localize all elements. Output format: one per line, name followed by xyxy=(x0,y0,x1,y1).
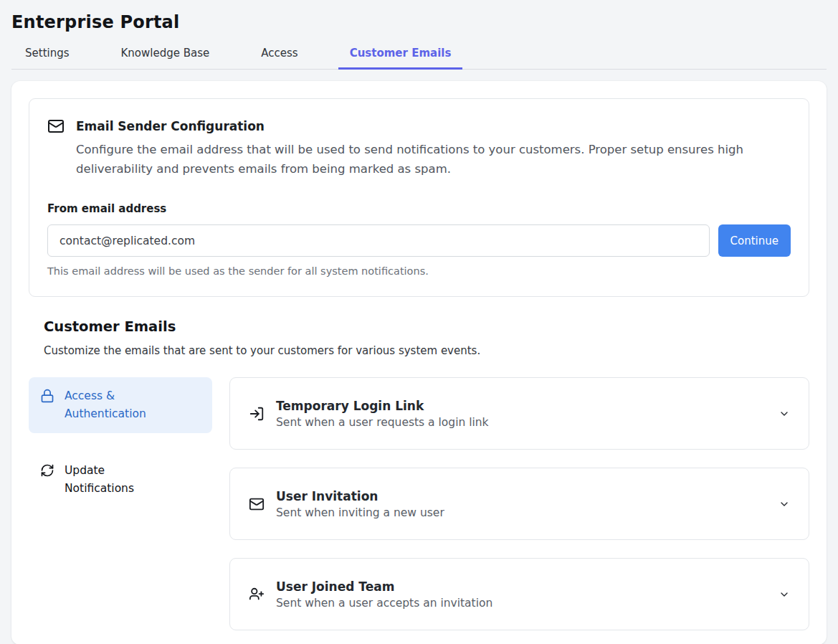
email-sender-configuration-card: Email Sender Configuration Configure the… xyxy=(29,98,809,297)
from-email-input[interactable] xyxy=(47,224,710,257)
tab-knowledge-base[interactable]: Knowledge Base xyxy=(110,47,222,69)
email-row-title: User Joined Team xyxy=(276,579,492,594)
email-row-subtitle: Sent when inviting a new user xyxy=(276,506,444,519)
email-category-list: Access & Authentication Update Notificat… xyxy=(29,377,212,630)
tab-customer-emails[interactable]: Customer Emails xyxy=(338,47,463,69)
chevron-down-icon[interactable] xyxy=(779,498,790,510)
page-header: Enterprise Portal Settings Knowledge Bas… xyxy=(0,0,838,70)
customer-emails-section-header: Customer Emails Customize the emails tha… xyxy=(44,318,809,357)
tab-bar: Settings Knowledge Base Access Customer … xyxy=(11,47,827,70)
category-label: Access & Authentication xyxy=(65,387,172,423)
customer-emails-description: Customize the emails that are sent to yo… xyxy=(44,344,809,357)
tab-access[interactable]: Access xyxy=(249,47,309,69)
customer-emails-panel: Email Sender Configuration Configure the… xyxy=(11,81,827,644)
tab-settings[interactable]: Settings xyxy=(14,47,81,69)
config-card-title: Email Sender Configuration xyxy=(76,119,265,133)
email-row-subtitle: Sent when a user accepts an invitation xyxy=(276,597,492,610)
category-label: Update Notifications xyxy=(65,462,172,498)
config-card-description: Configure the email address that will be… xyxy=(76,140,779,179)
email-row-user-invitation[interactable]: User Invitation Sent when inviting a new… xyxy=(229,468,809,540)
from-email-label: From email address xyxy=(47,202,791,215)
email-template-list: Temporary Login Link Sent when a user re… xyxy=(229,377,809,630)
mail-icon xyxy=(47,118,65,135)
user-plus-icon xyxy=(249,587,265,602)
continue-button[interactable]: Continue xyxy=(718,224,791,257)
chevron-down-icon[interactable] xyxy=(779,589,790,600)
customer-emails-title: Customer Emails xyxy=(44,318,809,335)
category-update-notifications[interactable]: Update Notifications xyxy=(29,452,212,508)
lock-icon xyxy=(40,389,54,403)
email-row-temporary-login-link[interactable]: Temporary Login Link Sent when a user re… xyxy=(229,377,809,450)
email-row-title: User Invitation xyxy=(276,489,444,503)
email-row-subtitle: Sent when a user requests a login link xyxy=(276,416,489,429)
from-email-helper-text: This email address will be used as the s… xyxy=(47,265,791,277)
chevron-down-icon[interactable] xyxy=(779,408,790,420)
email-row-user-joined-team[interactable]: User Joined Team Sent when a user accept… xyxy=(229,558,809,630)
page-title: Enterprise Portal xyxy=(11,12,827,32)
email-row-title: Temporary Login Link xyxy=(276,399,489,413)
mail-icon xyxy=(249,496,265,512)
login-icon xyxy=(249,406,265,422)
refresh-icon xyxy=(40,463,54,478)
category-access-authentication[interactable]: Access & Authentication xyxy=(29,377,212,433)
